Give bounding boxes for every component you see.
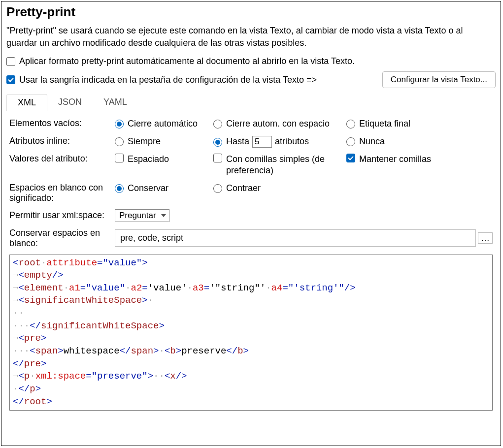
checkbox-icon[interactable]	[115, 154, 124, 162]
use-indent-row: Usar la sangría indicada en la pestaña d…	[6, 71, 496, 88]
radio-icon[interactable]	[213, 138, 222, 147]
preserve-ws-browse-button[interactable]: …	[478, 232, 493, 244]
xmlspace-dropdown[interactable]: Preguntar	[115, 209, 169, 222]
empty-opt-autoclose-space[interactable]: Cierre autom. con espacio	[213, 118, 346, 129]
empty-elements-row: Elementos vacíos: Cierre automático Cier…	[9, 118, 493, 129]
format-tabstrip: XML JSON YAML	[6, 94, 496, 111]
pretty-print-panel: Pretty-print "Pretty-print" se usará cua…	[1, 1, 501, 446]
tab-json[interactable]: JSON	[47, 94, 93, 111]
page-title: Pretty-print	[6, 4, 496, 20]
checkbox-icon[interactable]	[213, 154, 222, 162]
attr-values-label: Valores del atributo:	[9, 154, 115, 164]
inline-attrs-row: Atributos inline: Siempre Hasta atributo…	[9, 136, 493, 148]
xmlspace-row: Permitir usar xml:space: Preguntar	[9, 209, 493, 222]
inline-opt-always[interactable]: Siempre	[115, 136, 213, 147]
tab-yaml[interactable]: YAML	[93, 94, 138, 111]
radio-icon[interactable]	[346, 120, 355, 128]
whitespace-label: Espacios en blanco con significado:	[9, 183, 115, 203]
auto-apply-label: Aplicar formato pretty-print automáticam…	[19, 56, 355, 66]
auto-apply-row[interactable]: Aplicar formato pretty-print automáticam…	[6, 56, 496, 66]
preserve-ws-label: Conservar espacios en blanco:	[9, 228, 115, 249]
empty-elements-label: Elementos vacíos:	[9, 118, 115, 128]
radio-icon[interactable]	[115, 184, 124, 193]
use-indent-label: Usar la sangría indicada en la pestaña d…	[19, 75, 317, 85]
attrval-keep-quotes[interactable]: Mantener comillas	[346, 154, 493, 165]
preserve-ws-input[interactable]	[115, 229, 476, 247]
whitespace-row: Espacios en blanco con significado: Cons…	[9, 183, 493, 203]
xml-tab-content: Elementos vacíos: Cierre automático Cier…	[6, 111, 496, 414]
checkbox-icon[interactable]	[346, 154, 355, 162]
inline-attrs-label: Atributos inline:	[9, 136, 115, 146]
empty-opt-endtag[interactable]: Etiqueta final	[346, 118, 493, 129]
radio-icon[interactable]	[213, 184, 222, 193]
ws-collapse[interactable]: Contraer	[213, 183, 346, 194]
use-indent-checkbox[interactable]	[6, 75, 15, 84]
inline-count-input[interactable]	[252, 136, 272, 148]
empty-opt-autoclose[interactable]: Cierre automático	[115, 118, 213, 129]
xmlspace-label: Permitir usar xml:space:	[9, 210, 115, 221]
preserve-ws-row: Conservar espacios en blanco: …	[9, 228, 493, 249]
attr-values-row: Valores del atributo: Espaciado Con comi…	[9, 154, 493, 177]
inline-opt-upto[interactable]: Hasta atributos	[213, 136, 346, 148]
radio-icon[interactable]	[115, 120, 124, 128]
intro-text: "Pretty-print" se usará cuando se ejecut…	[6, 25, 496, 49]
radio-icon[interactable]	[115, 137, 124, 146]
auto-apply-checkbox[interactable]	[6, 57, 15, 66]
inline-opt-never[interactable]: Nunca	[346, 136, 493, 147]
tab-xml[interactable]: XML	[6, 94, 47, 111]
xml-preview: <root·attribute="value"> →<empty/> →<ele…	[9, 255, 493, 411]
attrval-single-quotes[interactable]: Con comillas simples (de preferencia)	[213, 154, 346, 177]
radio-icon[interactable]	[213, 120, 222, 128]
attrval-spaced[interactable]: Espaciado	[115, 154, 213, 165]
xmlspace-value: Preguntar	[119, 211, 156, 221]
ws-preserve[interactable]: Conservar	[115, 183, 213, 194]
configure-text-view-button[interactable]: Configurar la vista Texto...	[382, 71, 496, 88]
radio-icon[interactable]	[346, 137, 355, 146]
chevron-down-icon	[161, 214, 166, 217]
